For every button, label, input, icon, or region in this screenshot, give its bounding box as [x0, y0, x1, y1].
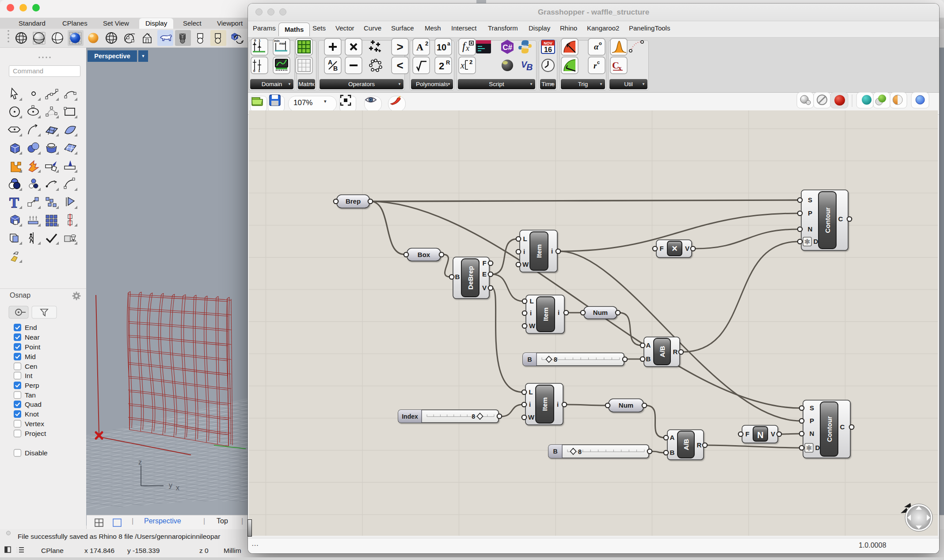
svg-text:N: N: [810, 430, 815, 437]
svg-text:B: B: [333, 65, 338, 72]
svg-text:10: 10: [437, 42, 446, 52]
svg-text:Contour: Contour: [824, 207, 831, 233]
svg-text:B: B: [553, 448, 557, 455]
svg-text:x: x: [176, 484, 179, 492]
svg-text:L: L: [529, 297, 533, 305]
svg-text:Brep: Brep: [346, 197, 361, 205]
svg-text:V: V: [771, 430, 775, 438]
svg-text:Item: Item: [535, 244, 543, 258]
svg-text:8: 8: [554, 356, 557, 363]
svg-text:i: i: [530, 309, 532, 317]
svg-text:0: 0: [254, 38, 256, 42]
svg-text:Item: Item: [542, 307, 549, 321]
svg-text:P: P: [810, 417, 814, 424]
svg-text:A/B: A/B: [659, 346, 666, 357]
svg-text:i: i: [557, 401, 559, 408]
svg-text:z: z: [138, 458, 142, 466]
svg-text:a: a: [447, 41, 450, 47]
svg-text:i: i: [529, 401, 531, 408]
svg-text:F: F: [659, 245, 663, 252]
svg-text:✱: ✱: [804, 238, 810, 246]
svg-text:i: i: [551, 247, 553, 255]
svg-text:B: B: [455, 273, 460, 280]
svg-text:A: A: [646, 341, 651, 349]
svg-text:>: >: [396, 40, 403, 53]
svg-text:Contour: Contour: [826, 416, 833, 442]
svg-text:C#: C#: [502, 43, 512, 52]
svg-text:i: i: [558, 309, 560, 316]
svg-text:V: V: [685, 245, 689, 252]
svg-text:V: V: [482, 284, 487, 291]
svg-text:2: 2: [425, 40, 428, 47]
svg-text:0: 0: [253, 69, 255, 73]
svg-text:D: D: [814, 238, 818, 245]
svg-text:B: B: [646, 355, 651, 363]
svg-text:P: P: [808, 209, 812, 217]
svg-text:1: 1: [258, 69, 260, 73]
svg-text:r: r: [594, 61, 597, 70]
svg-text:x: x: [460, 61, 464, 70]
svg-text:Item: Item: [541, 397, 548, 411]
svg-text:c: c: [597, 60, 600, 65]
svg-text:N: N: [808, 225, 813, 233]
svg-text:L: L: [529, 388, 533, 396]
svg-text:S: S: [810, 404, 814, 412]
svg-text:C: C: [840, 423, 845, 431]
svg-text:A/B: A/B: [682, 439, 690, 450]
svg-text:α: α: [594, 42, 599, 51]
svg-text:Index: Index: [402, 413, 418, 420]
svg-text:1: 1: [259, 38, 261, 42]
svg-text:N: N: [757, 430, 763, 440]
svg-text:16: 16: [544, 46, 552, 53]
svg-text:W: W: [529, 322, 536, 329]
svg-text:Num: Num: [619, 401, 633, 409]
svg-text:min: min: [274, 39, 279, 42]
svg-text:S: S: [808, 196, 812, 204]
svg-text:A: A: [328, 59, 332, 66]
svg-text:8: 8: [578, 448, 582, 455]
svg-text:×: ×: [672, 243, 678, 254]
svg-text:W: W: [522, 261, 529, 268]
svg-text:R: R: [446, 59, 450, 66]
svg-text:max: max: [279, 42, 285, 45]
svg-text:<: <: [396, 59, 403, 72]
svg-text:B: B: [526, 62, 533, 72]
svg-text:A: A: [416, 42, 423, 53]
svg-text:✱: ✱: [806, 444, 812, 452]
svg-text:DeBrep: DeBrep: [467, 266, 474, 289]
svg-text:E: E: [482, 270, 487, 278]
svg-text:B: B: [527, 356, 532, 363]
svg-text:L: L: [523, 235, 527, 242]
svg-text:NOV: NOV: [544, 41, 552, 45]
svg-text:i: i: [523, 248, 525, 255]
svg-text:F: F: [482, 259, 486, 267]
svg-text:8: 8: [472, 413, 475, 420]
svg-text:Num: Num: [593, 309, 608, 316]
svg-text:F: F: [745, 430, 749, 438]
svg-text:2: 2: [439, 61, 444, 72]
svg-text:D: D: [815, 444, 820, 451]
svg-text:y: y: [169, 481, 172, 489]
svg-text:o: o: [599, 41, 602, 46]
svg-text:B: B: [670, 449, 675, 456]
svg-text:C: C: [838, 215, 843, 223]
svg-text:W: W: [528, 413, 535, 421]
svg-text:A: A: [670, 434, 675, 441]
svg-text:Box: Box: [418, 251, 430, 258]
svg-text:R: R: [673, 348, 678, 356]
svg-text:R: R: [697, 441, 702, 449]
svg-text:x: x: [465, 44, 469, 53]
svg-text:2: 2: [469, 59, 472, 65]
